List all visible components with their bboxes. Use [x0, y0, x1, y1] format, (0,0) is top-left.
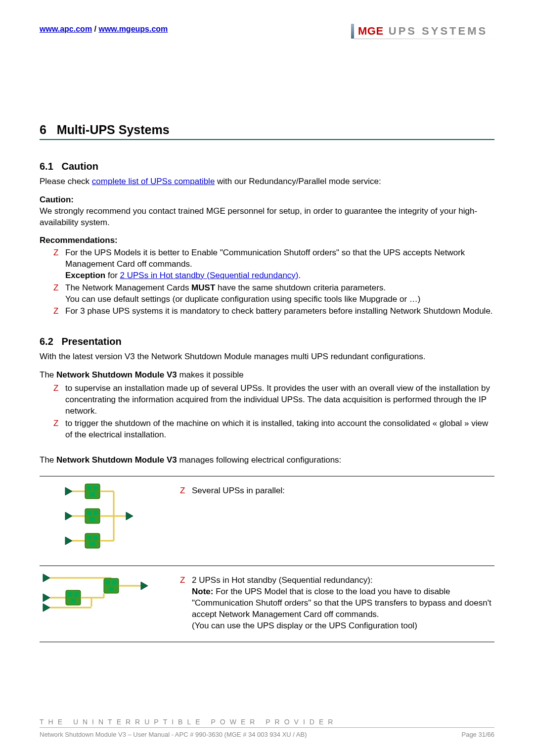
config-2-desc: Z 2 UPSs in Hot standby (Sequential redu…: [178, 571, 494, 637]
bullet-icon: Z: [53, 247, 65, 282]
manages-post: manages following electrical configurati…: [177, 455, 342, 465]
compatible-list-link[interactable]: complete list of UPSs compatible: [92, 177, 215, 186]
logo-underline-icon: [354, 39, 499, 39]
subsection-6-1-heading: 6.1 Caution: [40, 161, 494, 172]
rec1-exception-label: Exception: [65, 271, 105, 280]
section-title: Multi-UPS Systems: [57, 123, 170, 137]
list-item: Z The Network Management Cards MUST have…: [53, 283, 494, 305]
bullet-icon: Z: [180, 575, 192, 632]
makes-item-1: to supervise an installation made up of …: [65, 383, 494, 417]
caution-text: We strongly recommend you contact traine…: [40, 206, 477, 227]
list-item: Z For 3 phase UPS systems it is mandator…: [53, 306, 494, 317]
rec1-exception-post: .: [299, 271, 301, 280]
bullet-icon: Z: [53, 383, 65, 417]
logo-mge-text: MGE: [358, 25, 384, 37]
recommendations-label: Recommendations:: [40, 236, 494, 245]
s62-intro: With the latest version V3 the Network S…: [40, 351, 494, 363]
footer-page: Page 31/66: [461, 731, 494, 738]
subsection-6-1-number: 6.1: [40, 161, 53, 172]
bullet-icon: Z: [53, 283, 65, 305]
subsection-6-1-title: Caution: [61, 161, 98, 172]
section-heading: 6 Multi-UPS Systems: [40, 123, 494, 140]
logo-ups-text: UPS SYSTEMS: [384, 25, 488, 37]
list-item: Z to supervise an installation made up o…: [53, 383, 494, 417]
logo-bar-icon: [351, 24, 354, 39]
rec2-post: have the same shutdown criteria paramete…: [215, 283, 386, 292]
config-1-text: Several UPSs in parallel:: [192, 485, 494, 497]
hot-standby-diagram: [40, 571, 178, 637]
makes-item-2: to trigger the shutdown of the machine o…: [65, 418, 494, 441]
page-footer: THE UNINTERRUPTIBLE POWER PROVIDER Netwo…: [40, 718, 494, 738]
s61-intro-post: with our Redundancy/Parallel mode servic…: [215, 177, 381, 186]
parallel-diagram-icon: [64, 481, 148, 561]
rec2-bold: MUST: [191, 283, 215, 292]
footer-tagline: THE UNINTERRUPTIBLE POWER PROVIDER: [40, 718, 494, 728]
config-2-note-label: Note:: [192, 587, 213, 596]
subsection-6-2-number: 6.2: [40, 336, 53, 347]
manages-pre: The: [40, 455, 56, 465]
hot-standby-diagram-icon: [42, 571, 171, 615]
parallel-ups-diagram: [40, 481, 178, 561]
makes-pre: The: [40, 370, 56, 379]
makes-bold: Network Shutdown Module V3: [56, 370, 177, 379]
table-row: Z 2 UPSs in Hot standby (Sequential redu…: [40, 566, 494, 642]
table-row: Z Several UPSs in parallel:: [40, 476, 494, 566]
list-item: Z to trigger the shutdown of the machine…: [53, 418, 494, 441]
config-2-note-text: For the UPS Model that is close to the l…: [192, 587, 491, 619]
bullet-icon: Z: [53, 306, 65, 317]
hot-standby-link[interactable]: 2 UPSs in Hot standby (Sequential redund…: [120, 271, 299, 280]
manages-bold: Network Shutdown Module V3: [56, 455, 177, 465]
rec3-text: For 3 phase UPS systems it is mandatory …: [65, 306, 494, 317]
rec1-exception-mid: for: [105, 271, 120, 280]
manages-line: The Network Shutdown Module V3 manages f…: [40, 455, 494, 466]
bullet-icon: Z: [180, 485, 192, 497]
rec2-pre: The Network Management Cards: [65, 283, 191, 292]
list-item: Z For the UPS Models it is better to Ena…: [53, 247, 494, 282]
list-item: Z 2 UPSs in Hot standby (Sequential redu…: [180, 575, 494, 632]
config-table: Z Several UPSs in parallel:: [40, 476, 494, 642]
apc-link[interactable]: www.apc.com: [40, 25, 92, 33]
recommendations-list: Z For the UPS Models it is better to Ena…: [53, 247, 494, 318]
s61-intro: Please check complete list of UPSs compa…: [40, 176, 494, 188]
config-1-desc: Z Several UPSs in parallel:: [178, 481, 494, 561]
makes-post: makes it possible: [177, 370, 244, 379]
subsection-6-2-heading: 6.2 Presentation: [40, 336, 494, 347]
link-separator: /: [92, 25, 98, 33]
rec2-line2: You can use default settings (or duplica…: [65, 294, 421, 304]
section-number: 6: [40, 123, 46, 137]
config-2-text: 2 UPSs in Hot standby (Sequential redund…: [192, 575, 373, 585]
caution-label: Caution:: [40, 195, 74, 204]
header-links: www.apc.com / www.mgeups.com: [40, 25, 168, 34]
logo-area: MGE UPS SYSTEMS: [351, 25, 494, 39]
rec1-text: For the UPS Models it is better to Enabl…: [65, 248, 465, 269]
caution-block: Caution: We strongly recommend you conta…: [40, 194, 494, 229]
s61-intro-pre: Please check: [40, 177, 92, 186]
mgeups-link[interactable]: www.mgeups.com: [98, 25, 168, 33]
subsection-6-2-title: Presentation: [61, 336, 121, 347]
config-2-paren: (You can use the UPS display or the UPS …: [192, 621, 417, 630]
makes-possible-line: The Network Shutdown Module V3 makes it …: [40, 370, 494, 381]
page-header: www.apc.com / www.mgeups.com MGE UPS SYS…: [40, 25, 494, 39]
bullet-icon: Z: [53, 418, 65, 441]
list-item: Z Several UPSs in parallel:: [180, 485, 494, 497]
makes-possible-list: Z to supervise an installation made up o…: [53, 383, 494, 441]
footer-doc: Network Shutdown Module V3 – User Manual…: [40, 731, 307, 738]
mge-logo: MGE UPS SYSTEMS: [351, 24, 494, 39]
